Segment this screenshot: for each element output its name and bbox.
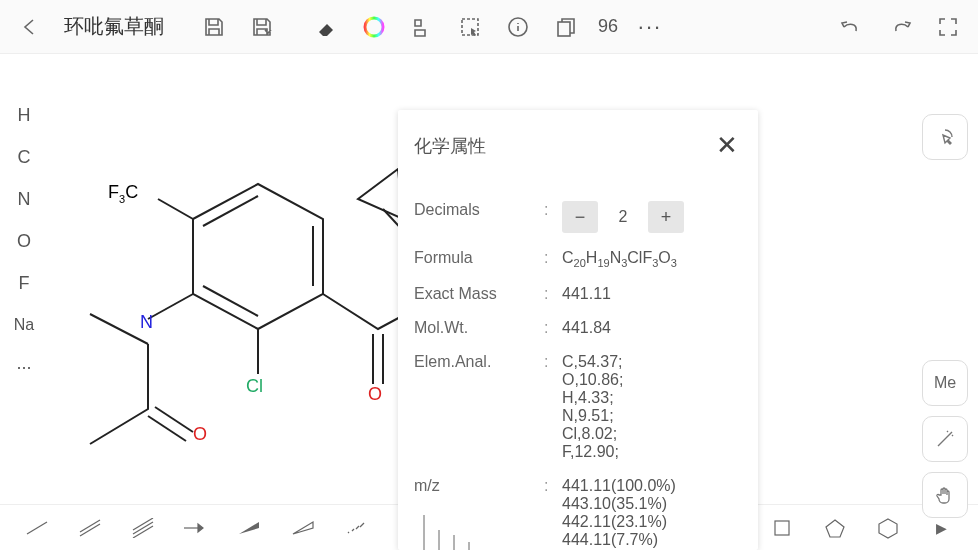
main-area: H C N O F Na ··· ◀ <box>0 54 978 504</box>
mz-value: 441.11(100.0%) 443.10(35.1%) 442.11(23.1… <box>562 477 742 549</box>
svg-point-0 <box>365 18 383 36</box>
color-wheel-icon[interactable] <box>352 5 396 49</box>
elemanal-label: Elem.Anal. <box>414 353 544 371</box>
decimals-label: Decimals <box>414 201 544 219</box>
svg-rect-25 <box>775 521 789 535</box>
tap-tool[interactable] <box>922 114 968 160</box>
element-na[interactable]: Na <box>0 304 48 346</box>
label-n: N <box>140 312 153 333</box>
molwt-label: Mol.Wt. <box>414 319 544 337</box>
square-tool[interactable] <box>755 510 808 546</box>
element-o[interactable]: O <box>0 220 48 262</box>
copy-icon[interactable] <box>544 5 588 49</box>
magic-tool[interactable] <box>922 416 968 462</box>
exactmass-label: Exact Mass <box>414 285 544 303</box>
bond-double[interactable] <box>63 510 116 546</box>
label-o1: O <box>193 424 207 445</box>
svg-marker-26 <box>826 520 844 537</box>
formula-value: C20H19N3ClF3O3 <box>562 249 742 269</box>
bond-wedge-hashed[interactable] <box>329 510 382 546</box>
mz-label: m/z <box>414 477 544 495</box>
properties-panel: 化学属性 ✕ Decimals : − 2 + Formula : C20H19… <box>398 110 758 550</box>
bond-wedge-outline[interactable] <box>276 510 329 546</box>
info-icon[interactable] <box>496 5 540 49</box>
mz-spectrum-icon <box>414 510 494 550</box>
right-toolbar: Me <box>922 114 968 518</box>
top-toolbar: 环吡氟草酮 96 ··· <box>0 0 978 54</box>
fullscreen-icon[interactable] <box>926 5 970 49</box>
panel-title: 化学属性 <box>414 134 486 158</box>
element-palette: H C N O F Na ··· <box>0 54 48 504</box>
svg-line-8 <box>27 522 47 534</box>
element-h[interactable]: H <box>0 94 48 136</box>
redo-button[interactable] <box>878 5 922 49</box>
svg-marker-27 <box>879 519 897 538</box>
eraser-icon[interactable] <box>304 5 348 49</box>
hexagon-tool[interactable] <box>862 510 915 546</box>
elemanal-value: C,54.37; O,10.86; H,4.33; N,9.51; Cl,8.0… <box>562 353 742 461</box>
atom-count: 96 <box>598 16 618 37</box>
save-icon[interactable] <box>192 5 236 49</box>
svg-rect-3 <box>558 22 570 36</box>
methyl-tool[interactable]: Me <box>922 360 968 406</box>
svg-rect-1 <box>462 19 478 35</box>
element-n[interactable]: N <box>0 178 48 220</box>
svg-line-17 <box>356 526 359 529</box>
element-more[interactable]: ··· <box>0 346 48 388</box>
align-icon[interactable] <box>400 5 444 49</box>
save-as-icon[interactable] <box>240 5 284 49</box>
pentagon2-tool[interactable] <box>808 510 861 546</box>
undo-button[interactable] <box>830 5 874 49</box>
close-icon[interactable]: ✕ <box>712 126 742 165</box>
label-cl: Cl <box>246 376 263 397</box>
element-c[interactable]: C <box>0 136 48 178</box>
select-rect-icon[interactable] <box>448 5 492 49</box>
formula-label: Formula <box>414 249 544 267</box>
label-o2: O <box>368 384 382 405</box>
page-title: 环吡氟草酮 <box>64 13 164 40</box>
decimals-stepper: − 2 + <box>562 201 684 233</box>
back-button[interactable] <box>8 5 52 49</box>
more-icon[interactable]: ··· <box>628 5 672 49</box>
decimals-increment[interactable]: + <box>648 201 684 233</box>
bond-arrow[interactable] <box>170 510 223 546</box>
svg-line-15 <box>348 532 349 533</box>
exactmass-value: 441.11 <box>562 285 742 303</box>
svg-line-16 <box>352 529 354 531</box>
decimals-decrement[interactable]: − <box>562 201 598 233</box>
label-f3c: F3C <box>108 182 138 205</box>
molwt-value: 441.84 <box>562 319 742 337</box>
svg-line-18 <box>360 523 364 527</box>
decimals-value: 2 <box>598 208 648 226</box>
bond-single[interactable] <box>10 510 63 546</box>
bond-wedge-solid[interactable] <box>223 510 276 546</box>
bond-triple[interactable] <box>116 510 169 546</box>
element-f[interactable]: F <box>0 262 48 304</box>
pan-tool[interactable] <box>922 472 968 518</box>
